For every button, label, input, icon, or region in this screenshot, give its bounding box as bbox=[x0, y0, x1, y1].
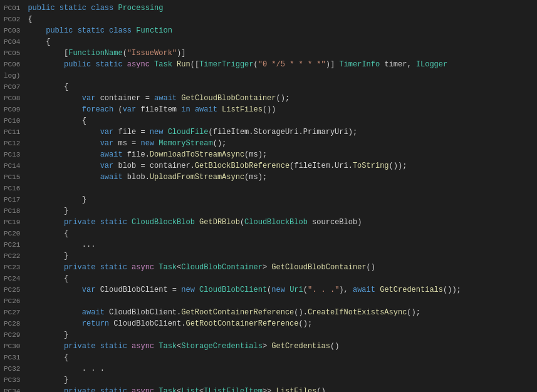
line-number: PC28 bbox=[0, 318, 25, 329]
code-line: PC18 } bbox=[0, 205, 537, 217]
line-content: { bbox=[25, 273, 537, 284]
code-line: PC27 await CloudBlobClient.GetRootContai… bbox=[0, 307, 537, 318]
line-content: { bbox=[25, 228, 537, 239]
code-editor: PC01public static class ProcessingPC02{P… bbox=[0, 0, 537, 392]
code-line: PC08 var container = await GetCloudBlobC… bbox=[0, 93, 537, 104]
code-line: PC20 { bbox=[0, 228, 537, 239]
line-content: . . . bbox=[25, 363, 537, 374]
line-number: PC07 bbox=[0, 81, 25, 93]
code-line: PC07 { bbox=[0, 81, 537, 93]
line-content: var file = new CloudFile(fileItem.Storag… bbox=[25, 126, 537, 138]
code-line: PC15 await blob.UploadFromStreamAsync(ms… bbox=[0, 172, 537, 183]
line-content: } bbox=[25, 329, 537, 341]
line-number: PC15 bbox=[0, 172, 25, 183]
line-number: PC11 bbox=[0, 126, 25, 138]
line-number: PC08 bbox=[0, 93, 25, 104]
code-line: PC04 { bbox=[0, 36, 537, 48]
code-line: PC19 private static CloudBlockBlob GetDR… bbox=[0, 217, 537, 228]
code-line: PC26 bbox=[0, 296, 537, 307]
line-content: var blob = container.GetBlockBlobReferen… bbox=[25, 160, 537, 172]
code-line: PC16 bbox=[0, 183, 537, 194]
line-number: PC34 bbox=[0, 386, 25, 392]
code-line: PC05 [FunctionName("IssueWork")] bbox=[0, 48, 537, 59]
line-number: PC19 bbox=[0, 217, 25, 228]
code-line: PC06 public static async Task Run([Timer… bbox=[0, 59, 537, 70]
line-content: } bbox=[25, 194, 537, 205]
code-line: PC30 private static async Task<StorageCr… bbox=[0, 341, 537, 352]
line-number: PC05 bbox=[0, 48, 25, 59]
line-number: PC33 bbox=[0, 374, 25, 386]
code-line: PC34 private static async Task<List<ILis… bbox=[0, 386, 537, 392]
line-number: PC30 bbox=[0, 341, 25, 352]
line-number: PC18 bbox=[0, 205, 25, 217]
line-number: PC13 bbox=[0, 149, 25, 160]
line-number: PC29 bbox=[0, 329, 25, 341]
line-number: PC12 bbox=[0, 138, 25, 149]
code-line: log) bbox=[0, 70, 537, 81]
code-line: PC22 } bbox=[0, 250, 537, 262]
line-number: PC03 bbox=[0, 25, 25, 36]
line-content: await file.DownloadToStreamAsync(ms); bbox=[25, 149, 537, 160]
line-content: { bbox=[25, 14, 537, 25]
line-content: var container = await GetCloudBlobContai… bbox=[25, 93, 537, 104]
code-line: PC11 var file = new CloudFile(fileItem.S… bbox=[0, 126, 537, 138]
line-content: public static class Processing bbox=[25, 3, 537, 14]
line-content: } bbox=[25, 250, 537, 262]
line-content: private static async Task<List<IListFile… bbox=[25, 386, 537, 392]
line-content: } bbox=[25, 374, 537, 386]
line-number: PC23 bbox=[0, 262, 25, 273]
code-line: PC23 private static async Task<CloudBlob… bbox=[0, 262, 537, 273]
code-line: PC25 var CloudBlobClient = new CloudBlob… bbox=[0, 284, 537, 296]
line-number: PC21 bbox=[0, 239, 25, 250]
code-line: PC28 return CloudBlobClient.GetRootConta… bbox=[0, 318, 537, 329]
line-number: PC16 bbox=[0, 183, 25, 194]
code-line: PC12 var ms = new MemoryStream(); bbox=[0, 138, 537, 149]
code-line: PC10 { bbox=[0, 115, 537, 126]
line-number: PC02 bbox=[0, 14, 25, 25]
code-line: PC24 { bbox=[0, 273, 537, 284]
line-number: PC04 bbox=[0, 36, 25, 48]
line-content: { bbox=[25, 115, 537, 126]
code-line: PC29 } bbox=[0, 329, 537, 341]
line-content: ... bbox=[25, 239, 537, 250]
code-line: PC13 await file.DownloadToStreamAsync(ms… bbox=[0, 149, 537, 160]
line-number: PC17 bbox=[0, 194, 25, 205]
line-content: private static async Task<StorageCredent… bbox=[25, 341, 537, 352]
line-content: private static CloudBlockBlob GetDRBlob(… bbox=[25, 217, 537, 228]
line-content: var CloudBlobClient = new CloudBlobClien… bbox=[25, 284, 537, 296]
code-line: PC14 var blob = container.GetBlockBlobRe… bbox=[0, 160, 537, 172]
line-number: PC26 bbox=[0, 296, 25, 307]
line-content: await CloudBlobClient.GetRootContainerRe… bbox=[25, 307, 537, 318]
line-content: public static class Function bbox=[25, 25, 537, 36]
line-number: PC14 bbox=[0, 160, 25, 172]
code-line: PC02{ bbox=[0, 14, 537, 25]
line-content: { bbox=[25, 81, 537, 93]
line-content: { bbox=[25, 352, 537, 363]
code-line: PC21 ... bbox=[0, 239, 537, 250]
code-line: PC31 { bbox=[0, 352, 537, 363]
line-number: PC24 bbox=[0, 273, 25, 284]
line-content: } bbox=[25, 205, 537, 217]
line-number: PC09 bbox=[0, 104, 25, 115]
line-content: return CloudBlobClient.GetRootContainerR… bbox=[25, 318, 537, 329]
code-line: PC03 public static class Function bbox=[0, 25, 537, 36]
line-number: PC10 bbox=[0, 115, 25, 126]
line-content: [FunctionName("IssueWork")] bbox=[25, 48, 537, 59]
line-number: PC20 bbox=[0, 228, 25, 239]
line-number: PC31 bbox=[0, 352, 25, 363]
code-line: PC09 foreach (var fileItem in await List… bbox=[0, 104, 537, 115]
code-line: PC32 . . . bbox=[0, 363, 537, 374]
line-number: PC27 bbox=[0, 307, 25, 318]
line-content: private static async Task<CloudBlobConta… bbox=[25, 262, 537, 273]
line-number: PC25 bbox=[0, 284, 25, 296]
line-number: PC06 bbox=[0, 59, 25, 70]
line-number: log) bbox=[0, 70, 25, 81]
line-content: { bbox=[25, 36, 537, 48]
code-line: PC01public static class Processing bbox=[0, 3, 537, 14]
line-content: foreach (var fileItem in await ListFiles… bbox=[25, 104, 537, 115]
line-number: PC22 bbox=[0, 250, 25, 262]
line-content: var ms = new MemoryStream(); bbox=[25, 138, 537, 149]
code-line: PC17 } bbox=[0, 194, 537, 205]
line-content: await blob.UploadFromStreamAsync(ms); bbox=[25, 172, 537, 183]
line-content: public static async Task Run([TimerTrigg… bbox=[25, 59, 537, 70]
